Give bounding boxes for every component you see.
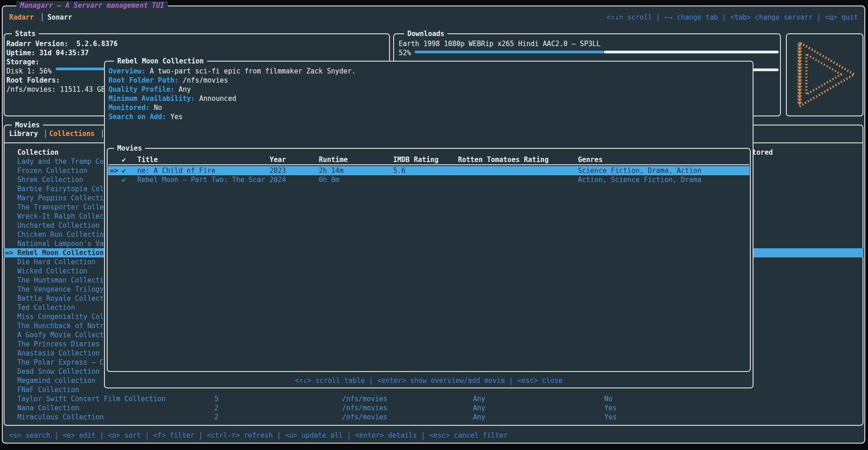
- modal-field-value: /nfs/movies: [179, 76, 228, 84]
- modal-field: Root Folder Path: /nfs/movies: [109, 76, 749, 85]
- tab-sonarr[interactable]: Sonarr: [47, 13, 72, 22]
- collection-name: Chicken Run Collectio: [17, 230, 104, 239]
- collection-row[interactable]: Miraculous Collection2/nfs/moviesAnyYes: [4, 413, 863, 422]
- managarr-play-logo-icon: [794, 40, 858, 109]
- collection-quality-profile: Any: [473, 413, 485, 422]
- header-runtime[interactable]: Runtime: [319, 155, 348, 164]
- modal-field-value: Yes: [166, 113, 182, 121]
- movie-year: 2023: [270, 166, 286, 175]
- stats-panel-title: Stats: [12, 29, 39, 38]
- movie-genres: Action, Science Fiction, Drama: [578, 175, 702, 184]
- movie-row[interactable]: ✔Rebel Moon – Part Two: The Scar20240h 0…: [108, 175, 749, 184]
- header-genres[interactable]: Genres: [578, 155, 603, 164]
- collection-name: Wicked Collection: [17, 267, 88, 276]
- header-check: ✔: [122, 155, 126, 164]
- collection-name: Shrek Collection: [17, 175, 83, 184]
- header-title[interactable]: Title: [137, 155, 158, 164]
- collection-row[interactable]: Nana Collection2/nfs/moviesAnyYes: [4, 403, 863, 413]
- collection-name: FNaF Collection: [17, 385, 79, 394]
- modal-movies-title: Movies: [114, 144, 145, 153]
- collection-name: The Hunchback of Notr: [17, 321, 104, 330]
- modal-field-label: Root Folder Path:: [109, 76, 179, 84]
- collection-search-on-add: Yes: [604, 413, 617, 422]
- collection-name: Anastasia Collection: [17, 349, 100, 358]
- collection-search-on-add: No: [604, 394, 613, 403]
- collection-name: The Huntsman Collecti: [17, 276, 104, 285]
- collection-name: Wreck-It Ralph Collec: [17, 212, 104, 221]
- download-progress-fill: [415, 51, 604, 53]
- tab-library[interactable]: Library: [9, 129, 38, 138]
- collection-name: The Vengeance Trilogy: [17, 285, 104, 294]
- uptime: Uptime: 31d 04:35:37: [6, 48, 387, 58]
- modal-field-value: No: [150, 104, 162, 112]
- bottom-keybinds: <s> search | <e> edit | <o> sort | <f> f…: [9, 431, 508, 440]
- collection-movie-count: 2: [214, 413, 218, 422]
- collection-details-modal: Rebel Moon Collection Overview: A two-pa…: [104, 61, 754, 388]
- modal-field: Search on Add: Yes: [109, 112, 749, 121]
- collection-search-on-add: Yes: [604, 403, 617, 413]
- collection-name: Rebel Moon Collection: [17, 248, 104, 257]
- collection-name: Uncharted Collection: [17, 221, 100, 230]
- modal-field-value: A two-part sci-fi epic from filmmaker Za…: [146, 67, 356, 75]
- collection-root-folder: /nfs/movies: [342, 413, 387, 422]
- modal-field-value: Any: [175, 85, 191, 94]
- collection-quality-profile: Any: [473, 403, 485, 413]
- collection-name: Taylor Swift Concert Film Collection: [17, 394, 166, 403]
- selection-prefix: =>: [5, 248, 13, 257]
- tab-radarr[interactable]: Radarr: [9, 13, 34, 22]
- movie-genres: Science Fiction, Drama, Action: [578, 166, 702, 175]
- collection-name: The Polar Express – C: [17, 358, 104, 367]
- movie-year: 2024: [270, 175, 286, 184]
- movie-runtime: 2h 14m: [319, 166, 343, 175]
- collection-name: Lady and the Tramp Co: [17, 157, 104, 166]
- radarr-version: Radarr Version: 5.2.6.8376: [6, 39, 387, 48]
- logo-panel: [786, 33, 863, 116]
- collection-name: Megamind collection: [17, 376, 96, 385]
- modal-footer-keybinds: <↑↓> scroll table | <enter> show overvie…: [105, 376, 753, 385]
- movies-panel-title: Movies: [12, 120, 43, 130]
- modal-field-label: Minimum Availability:: [109, 94, 195, 103]
- download-item-name: Earth 1998 1080p WEBRip x265 Hindi AAC2.…: [399, 39, 778, 48]
- collection-name: Battle Royale Collect: [17, 294, 104, 303]
- modal-field: Minimum Availability: Announced: [109, 94, 749, 103]
- header-year[interactable]: Year: [270, 155, 286, 164]
- app-title: Managarr – A Servarr management TUI: [16, 1, 168, 10]
- top-keybinds: <↑↓> scroll | ←→ change tab | <tab> chan…: [607, 13, 858, 22]
- collection-row[interactable]: Taylor Swift Concert Film Collection5/nf…: [4, 394, 863, 403]
- collection-name: A Goofy Movie Collect: [17, 330, 104, 340]
- modal-field: Overview: A two-part sci-fi epic from fi…: [109, 67, 749, 76]
- collection-name: Nana Collection: [17, 403, 79, 413]
- movie-imdb-rating: 5.6: [393, 166, 405, 175]
- tab-separator: │: [40, 13, 44, 22]
- downloads-panel-title: Downloads: [404, 29, 447, 38]
- tab-collections[interactable]: Collections: [49, 129, 94, 138]
- modal-field-label: Search on Add:: [109, 113, 166, 121]
- download-progress-rest: [604, 51, 779, 53]
- collection-quality-profile: Any: [473, 394, 485, 403]
- modal-field-label: Quality Profile:: [109, 85, 175, 94]
- selection-prefix: =>: [110, 166, 118, 175]
- movie-row[interactable]: =>✔ne: A Child of Fire20232h 14m5.6Scien…: [108, 166, 749, 175]
- header-imdb-rating[interactable]: IMDB Rating: [393, 155, 438, 164]
- collection-name: Die Hard Collection: [17, 257, 96, 267]
- modal-title: Rebel Moon Collection: [114, 57, 207, 66]
- collection-movie-count: 5: [214, 394, 218, 403]
- collection-name: The Princess Diaries: [17, 340, 100, 349]
- modal-field-value: Announced: [195, 94, 236, 103]
- modal-field: Quality Profile: Any: [109, 85, 749, 94]
- collection-name: Mary Poppins Collecti: [17, 194, 104, 203]
- collection-root-folder: /nfs/movies: [342, 394, 387, 403]
- collection-column-header: Collection: [17, 148, 58, 157]
- collection-name: Barbie Fairytopia Col: [17, 184, 104, 194]
- modal-fields: Overview: A two-part sci-fi epic from fi…: [109, 67, 749, 121]
- movie-title: Rebel Moon – Part Two: The Scar: [137, 175, 265, 184]
- modal-table-header: ✔ Title Year Runtime IMDB Rating Rotten …: [108, 155, 750, 164]
- header-rotten-tomatoes[interactable]: Rotten Tomatoes Rating: [458, 155, 549, 164]
- collection-name: National Lampoon's Va: [17, 239, 104, 248]
- modal-table-header-underline: [109, 164, 749, 165]
- movie-title: ne: A Child of Fire: [137, 166, 216, 175]
- collection-name: Dead Snow Collection: [17, 367, 100, 376]
- movie-runtime: 0h 0m: [319, 175, 339, 184]
- collection-movie-count: 2: [214, 403, 218, 413]
- modal-movies-panel: Movies ✔ Title Year Runtime IMDB Rating …: [107, 148, 751, 372]
